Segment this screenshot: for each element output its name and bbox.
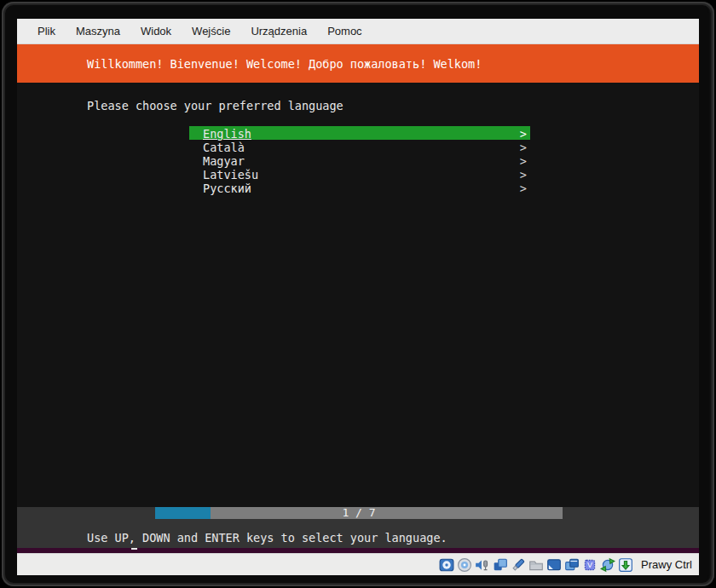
chevron-right-icon: > — [520, 154, 527, 168]
language-option-magyar[interactable]: Magyar > — [189, 153, 530, 167]
welcome-banner: Willkommen! Bienvenue! Welcome! Добро по… — [17, 44, 699, 83]
progress-bar: 1 / 7 — [155, 507, 563, 519]
display-icon[interactable] — [546, 557, 562, 573]
language-option-label: Magyar — [203, 154, 245, 168]
host-key-label: Prawy Ctrl — [641, 558, 692, 571]
chevron-right-icon: > — [520, 141, 527, 154]
keyboard-capture-icon[interactable] — [618, 557, 633, 573]
language-option-latviesu[interactable]: Latviešu > — [189, 167, 530, 181]
language-option-label: Русский — [203, 182, 251, 195]
chevron-right-icon: > — [520, 127, 527, 141]
language-option-label: Latviešu — [203, 168, 258, 182]
optical-disc-icon[interactable] — [457, 557, 472, 573]
network-icon[interactable] — [493, 557, 508, 573]
language-option-english[interactable]: English > — [189, 126, 530, 140]
chevron-right-icon: > — [520, 168, 527, 182]
usb-icon[interactable] — [511, 557, 526, 573]
hard-disks-icon[interactable] — [439, 557, 454, 573]
vm-display: Willkommen! Bienvenue! Welcome! Добро по… — [17, 44, 699, 553]
svg-text:V: V — [587, 561, 592, 569]
keyboard-hint: Use UP, DOWN and ENTER keys to select yo… — [87, 531, 448, 545]
progress-step-label: 1 / 7 — [155, 507, 563, 519]
video-capture-icon[interactable] — [564, 557, 580, 573]
chevron-right-icon: > — [520, 182, 527, 195]
menu-input[interactable]: Wejście — [183, 21, 239, 41]
menu-view[interactable]: Widok — [132, 21, 180, 41]
language-option-label: English — [203, 127, 251, 141]
language-prompt: Please choose your preferred language — [87, 99, 344, 112]
welcome-banner-text: Willkommen! Bienvenue! Welcome! Добро по… — [87, 57, 482, 71]
language-option-russian[interactable]: Русский > — [189, 181, 530, 194]
statusbar: V Prawy Ctrl — [17, 553, 699, 575]
terminal-cursor — [131, 548, 137, 550]
menu-help[interactable]: Pomoc — [319, 21, 370, 41]
menu-file[interactable]: Plik — [29, 21, 64, 41]
language-option-label: Català — [203, 141, 245, 154]
vm-window-frame: Plik Maszyna Widok Wejście Urządzenia Po… — [2, 2, 714, 586]
audio-icon[interactable] — [475, 557, 490, 573]
mouse-integration-icon[interactable] — [600, 557, 615, 573]
features-icon[interactable]: V — [582, 557, 598, 573]
menu-machine[interactable]: Maszyna — [67, 21, 129, 41]
language-option-catala[interactable]: Català > — [189, 140, 530, 153]
installer-footer: 1 / 7 Use UP, DOWN and ENTER keys to sel… — [17, 507, 699, 548]
shared-folders-icon[interactable] — [528, 557, 544, 573]
menu-devices[interactable]: Urządzenia — [242, 21, 315, 41]
menubar: Plik Maszyna Widok Wejście Urządzenia Po… — [17, 19, 699, 44]
